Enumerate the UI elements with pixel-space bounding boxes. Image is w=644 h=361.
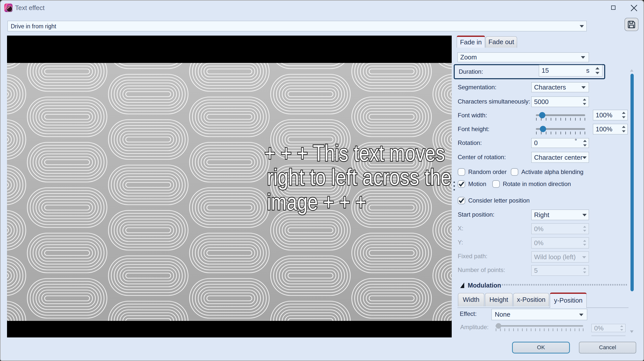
svg-text:+ + + This text moves: + + + This text moves <box>264 141 445 166</box>
svg-text:right to left across the: right to left across the <box>267 165 451 190</box>
svg-text:image + + +: image + + + <box>267 190 366 215</box>
